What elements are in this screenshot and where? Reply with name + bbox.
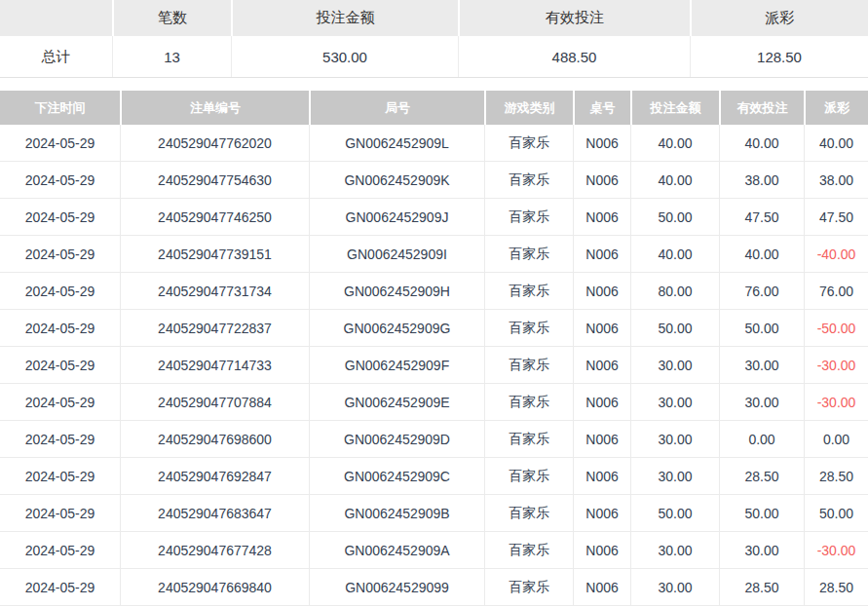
cell-valid-bet: 30.00 — [719, 532, 804, 569]
cell-bet-amount: 40.00 — [630, 125, 719, 162]
cell-bet-time: 2024-05-29 — [0, 125, 120, 162]
cell-bet-time: 2024-05-29 — [0, 236, 120, 273]
cell-round-id: GN0062452909C — [309, 458, 484, 495]
cell-valid-bet: 76.00 — [719, 273, 804, 310]
cell-payout: 28.50 — [804, 569, 868, 606]
summary-total-payout: 128.50 — [690, 36, 868, 77]
cell-payout: 40.00 — [804, 125, 868, 162]
records-table-header: 下注时间 注单编号 局号 游戏类别 桌号 投注金额 有效投注 派彩 — [0, 91, 868, 125]
col-header-table-no: 桌号 — [573, 91, 630, 125]
cell-bet-amount: 30.00 — [630, 532, 719, 569]
cell-bet-id: 240529047722837 — [120, 310, 309, 347]
cell-bet-time: 2024-05-29 — [0, 421, 120, 458]
cell-bet-id: 240529047683647 — [120, 495, 309, 532]
cell-bet-amount: 30.00 — [630, 421, 719, 458]
cell-round-id: GN0062452909G — [309, 310, 484, 347]
cell-payout: -30.00 — [804, 532, 868, 569]
cell-game-type: 百家乐 — [484, 532, 573, 569]
summary-header-count: 笔数 — [112, 0, 231, 36]
col-header-game-type: 游戏类别 — [484, 91, 573, 125]
cell-round-id: GN0062452909A — [309, 532, 484, 569]
col-header-round-id: 局号 — [309, 91, 484, 125]
cell-valid-bet: 50.00 — [719, 495, 804, 532]
cell-game-type: 百家乐 — [484, 310, 573, 347]
summary-header: 笔数 投注金额 有效投注 派彩 — [0, 0, 868, 36]
table-row: 2024-05-29 240529047707884 GN0062452909E… — [0, 384, 868, 421]
cell-bet-time: 2024-05-29 — [0, 273, 120, 310]
cell-bet-time: 2024-05-29 — [0, 458, 120, 495]
cell-round-id: GN0062452909I — [309, 236, 484, 273]
table-row: 2024-05-29 240529047683647 GN0062452909B… — [0, 495, 868, 532]
cell-valid-bet: 50.00 — [719, 310, 804, 347]
col-header-bet-amount: 投注金额 — [630, 91, 719, 125]
table-row: 2024-05-29 240529047714733 GN0062452909F… — [0, 347, 868, 384]
cell-game-type: 百家乐 — [484, 236, 573, 273]
cell-payout: 76.00 — [804, 273, 868, 310]
cell-bet-time: 2024-05-29 — [0, 495, 120, 532]
cell-game-type: 百家乐 — [484, 162, 573, 199]
cell-bet-time: 2024-05-29 — [0, 532, 120, 569]
cell-game-type: 百家乐 — [484, 199, 573, 236]
cell-bet-amount: 30.00 — [630, 569, 719, 606]
cell-payout: 0.00 — [804, 421, 868, 458]
cell-round-id: GN0062452909E — [309, 384, 484, 421]
cell-payout: 28.50 — [804, 458, 868, 495]
cell-bet-id: 240529047746250 — [120, 199, 309, 236]
cell-table-no: N006 — [573, 236, 630, 273]
cell-payout: -40.00 — [804, 236, 868, 273]
cell-payout: -30.00 — [804, 384, 868, 421]
cell-round-id: GN0062452909B — [309, 495, 484, 532]
cell-bet-id: 240529047698600 — [120, 421, 309, 458]
cell-game-type: 百家乐 — [484, 384, 573, 421]
table-row: 2024-05-29 240529047669840 GN00624529099… — [0, 569, 868, 606]
summary-total-label: 总计 — [0, 36, 112, 77]
cell-bet-time: 2024-05-29 — [0, 162, 120, 199]
cell-table-no: N006 — [573, 310, 630, 347]
cell-bet-id: 240529047714733 — [120, 347, 309, 384]
cell-game-type: 百家乐 — [484, 125, 573, 162]
cell-round-id: GN0062452909J — [309, 199, 484, 236]
cell-game-type: 百家乐 — [484, 273, 573, 310]
cell-valid-bet: 0.00 — [719, 421, 804, 458]
cell-bet-id: 240529047731734 — [120, 273, 309, 310]
cell-round-id: GN0062452909H — [309, 273, 484, 310]
cell-bet-time: 2024-05-29 — [0, 310, 120, 347]
cell-bet-id: 240529047739151 — [120, 236, 309, 273]
section-gap — [0, 78, 868, 91]
table-row: 2024-05-29 240529047692847 GN0062452909C… — [0, 458, 868, 495]
cell-valid-bet: 28.50 — [719, 458, 804, 495]
summary-header-bet-amount: 投注金额 — [231, 0, 458, 36]
cell-table-no: N006 — [573, 495, 630, 532]
cell-game-type: 百家乐 — [484, 458, 573, 495]
cell-valid-bet: 30.00 — [719, 347, 804, 384]
cell-bet-id: 240529047762020 — [120, 125, 309, 162]
cell-table-no: N006 — [573, 125, 630, 162]
records-body: 2024-05-29 240529047762020 GN0062452909L… — [0, 125, 868, 606]
table-row: 2024-05-29 240529047677428 GN0062452909A… — [0, 532, 868, 569]
table-row: 2024-05-29 240529047746250 GN0062452909J… — [0, 199, 868, 236]
cell-valid-bet: 40.00 — [719, 125, 804, 162]
cell-round-id: GN0062452909F — [309, 347, 484, 384]
cell-round-id: GN0062452909D — [309, 421, 484, 458]
summary-header-valid-bet: 有效投注 — [458, 0, 690, 36]
cell-bet-amount: 50.00 — [630, 310, 719, 347]
col-header-payout: 派彩 — [804, 91, 868, 125]
cell-game-type: 百家乐 — [484, 495, 573, 532]
cell-game-type: 百家乐 — [484, 421, 573, 458]
cell-bet-time: 2024-05-29 — [0, 347, 120, 384]
table-row: 2024-05-29 240529047762020 GN0062452909L… — [0, 125, 868, 162]
cell-bet-id: 240529047677428 — [120, 532, 309, 569]
cell-game-type: 百家乐 — [484, 569, 573, 606]
table-row: 2024-05-29 240529047722837 GN0062452909G… — [0, 310, 868, 347]
summary-total-count: 13 — [112, 36, 231, 77]
table-row: 2024-05-29 240529047754630 GN0062452909K… — [0, 162, 868, 199]
cell-table-no: N006 — [573, 384, 630, 421]
cell-bet-time: 2024-05-29 — [0, 569, 120, 606]
cell-table-no: N006 — [573, 199, 630, 236]
table-row: 2024-05-29 240529047731734 GN0062452909H… — [0, 273, 868, 310]
table-row: 2024-05-29 240529047698600 GN0062452909D… — [0, 421, 868, 458]
cell-table-no: N006 — [573, 458, 630, 495]
col-header-valid-bet: 有效投注 — [719, 91, 804, 125]
cell-table-no: N006 — [573, 569, 630, 606]
cell-payout: 38.00 — [804, 162, 868, 199]
